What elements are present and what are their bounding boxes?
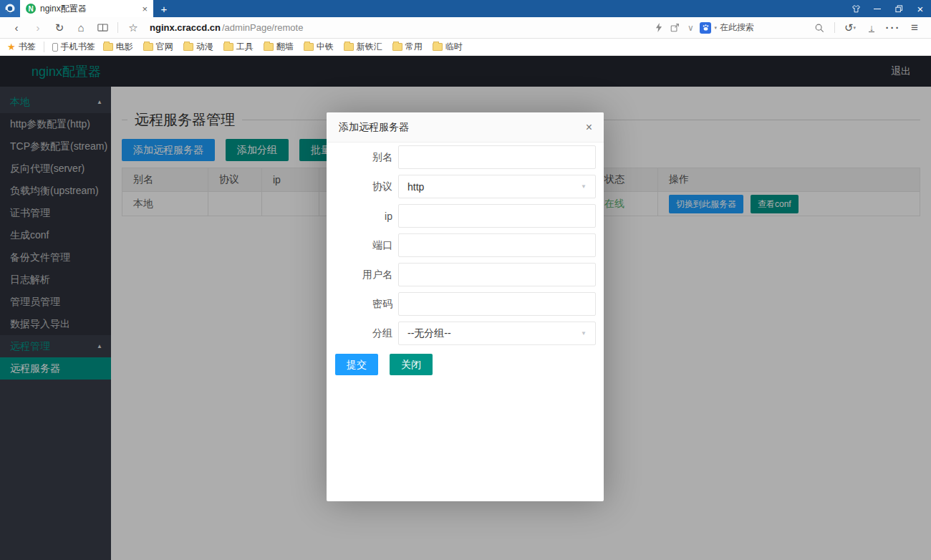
undo-history-icon[interactable]: ↺▾	[841, 19, 859, 37]
browser-logo[interactable]	[0, 0, 20, 17]
folder-icon	[433, 43, 443, 51]
input-别名[interactable]	[398, 145, 596, 169]
reading-mode-icon[interactable]	[93, 19, 112, 37]
bookmark-folder[interactable]: 临时	[433, 41, 463, 53]
new-tab-button[interactable]: +	[153, 0, 175, 17]
modal-close-icon[interactable]: ×	[586, 122, 592, 133]
close-button[interactable]: 关闭	[390, 354, 433, 375]
bookmark-manager[interactable]: ★ 书签	[7, 41, 36, 53]
favorite-star-icon[interactable]: ☆	[124, 19, 143, 37]
folder-icon	[223, 43, 233, 51]
window-controls: ×	[845, 0, 931, 17]
field-label-别名: 别名	[335, 151, 392, 164]
form-row-密码: 密码	[335, 292, 596, 316]
titlebar-spacer	[175, 0, 845, 17]
bookmark-folder-label: 翻墙	[276, 41, 294, 53]
url-path: /adminPage/remote	[222, 22, 303, 33]
field-label-密码: 密码	[335, 298, 392, 311]
bookmark-folder[interactable]: 中铁	[304, 41, 334, 53]
search-box[interactable]: ▾ 在此搜索	[700, 21, 754, 34]
bookmark-phone[interactable]: 手机书签	[52, 41, 95, 53]
folder-icon	[143, 43, 153, 51]
minimize-button[interactable]	[867, 0, 888, 17]
field-label-ip: ip	[335, 211, 392, 222]
refresh-icon[interactable]: ↻	[50, 19, 69, 37]
bookmark-folder-label: 中铁	[317, 41, 334, 53]
nginx-favicon-icon: N	[26, 4, 36, 14]
folder-icon	[103, 43, 113, 51]
form-row-协议: 协议http▼	[335, 175, 596, 198]
forward-icon[interactable]: ›	[29, 19, 47, 37]
input-用户名[interactable]	[398, 263, 596, 286]
download-icon[interactable]: ↓	[862, 19, 881, 37]
modal-title: 添加远程服务器	[339, 121, 409, 134]
form-row-用户名: 用户名	[335, 263, 596, 286]
close-window-button[interactable]: ×	[910, 0, 931, 17]
tab-title: nginx配置器	[40, 3, 136, 15]
share-icon[interactable]	[668, 19, 681, 37]
modal-form: 别名协议http▼ip端口用户名密码分组--无分组--▼提交关闭	[327, 143, 604, 375]
more-options-icon[interactable]: ···	[884, 19, 902, 37]
bookmarks-folders: 电影官网动漫工具翻墙中铁新铁汇常用临时	[103, 41, 463, 53]
bookmark-folder[interactable]: 动漫	[183, 41, 213, 53]
dropdown-caret-icon: ▼	[581, 183, 587, 190]
submit-button[interactable]: 提交	[335, 354, 378, 375]
browser-logo-icon	[4, 3, 16, 14]
chevron-down-icon[interactable]: ∨	[684, 19, 697, 37]
bookmark-folder[interactable]: 翻墙	[264, 41, 294, 53]
select-协议[interactable]: http▼	[398, 175, 596, 198]
modal-button-row: 提交关闭	[335, 354, 596, 375]
search-placeholder: 在此搜索	[720, 21, 754, 34]
browser-toolbar: ‹ › ↻ ⌂ ☆ nginx.craccd.cn/adminPage/remo…	[0, 17, 931, 39]
input-密码[interactable]	[398, 292, 596, 316]
field-label-端口: 端口	[335, 239, 392, 252]
flash-bolt-icon[interactable]	[652, 19, 665, 37]
folder-icon	[264, 43, 274, 51]
bookmark-folder[interactable]: 工具	[223, 41, 254, 53]
folder-icon	[304, 43, 314, 51]
bookmark-folder[interactable]: 常用	[392, 41, 423, 53]
toolbar-separator	[117, 22, 118, 33]
form-row-分组: 分组--无分组--▼	[335, 322, 596, 345]
search-icon[interactable]	[810, 19, 829, 37]
restore-button[interactable]	[888, 0, 910, 17]
dropdown-caret-icon: ▼	[581, 330, 587, 337]
url-host: nginx.craccd.cn	[150, 22, 221, 33]
bookmark-folder[interactable]: 官网	[143, 41, 173, 53]
select-分组[interactable]: --无分组--▼	[398, 322, 596, 345]
address-bar[interactable]: nginx.craccd.cn/adminPage/remote	[150, 22, 650, 33]
tab-close-icon[interactable]: ×	[140, 4, 149, 14]
bookmarks-separator	[44, 42, 44, 52]
page-viewport: nginx配置器 退出 本地▲http参数配置(http)TCP参数配置(str…	[0, 56, 931, 560]
browser-tab[interactable]: N nginx配置器 ×	[20, 0, 153, 17]
form-row-别名: 别名	[335, 145, 596, 169]
field-label-分组: 分组	[335, 327, 392, 340]
menu-icon[interactable]: ≡	[905, 19, 924, 37]
form-row-ip: ip	[335, 204, 596, 228]
browser-titlebar: N nginx配置器 × + ×	[0, 0, 931, 17]
bookmark-folder-label: 新铁汇	[357, 41, 382, 53]
bookmark-folder-label: 动漫	[196, 41, 213, 53]
folder-icon	[392, 43, 402, 51]
home-icon[interactable]: ⌂	[72, 19, 90, 37]
back-icon[interactable]: ‹	[7, 19, 26, 37]
select-value: --无分组--	[407, 327, 451, 340]
add-remote-server-modal: 添加远程服务器 × 别名协议http▼ip端口用户名密码分组--无分组--▼提交…	[327, 112, 604, 501]
folder-icon	[183, 43, 193, 51]
search-engine-paw-icon[interactable]	[700, 22, 711, 34]
search-engine-caret-icon[interactable]: ▾	[714, 25, 717, 31]
bookmark-folder-label: 电影	[116, 41, 133, 53]
bookmark-star-label: 书签	[19, 41, 36, 53]
select-value: http	[407, 181, 424, 193]
bookmark-folder-label: 常用	[405, 41, 423, 53]
bookmark-folder[interactable]: 新铁汇	[344, 41, 382, 53]
toolbar-separator-2	[834, 22, 835, 33]
input-端口[interactable]	[398, 233, 596, 257]
bookmarks-bar: ★ 书签 手机书签 电影官网动漫工具翻墙中铁新铁汇常用临时	[0, 39, 931, 56]
form-row-端口: 端口	[335, 233, 596, 257]
folder-icon	[344, 43, 354, 51]
bookmark-folder[interactable]: 电影	[103, 41, 133, 53]
input-ip[interactable]	[398, 204, 596, 228]
bookmark-folder-label: 官网	[156, 41, 173, 53]
theme-skin-icon[interactable]	[845, 0, 867, 17]
